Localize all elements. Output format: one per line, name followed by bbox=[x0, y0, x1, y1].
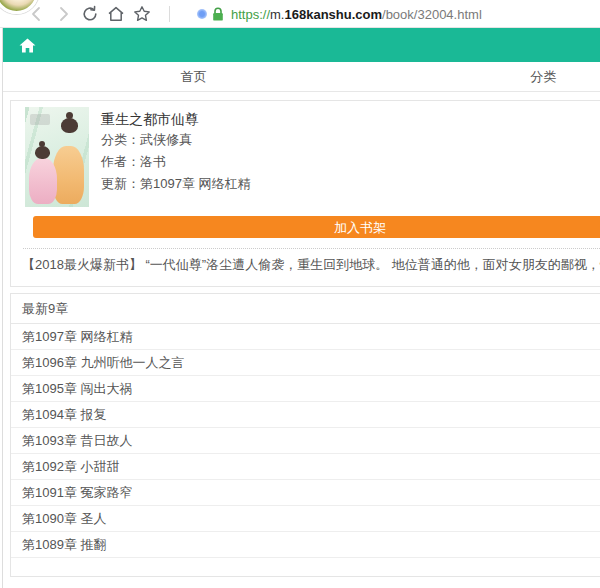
chapter-link[interactable]: 第1094章 报复 bbox=[11, 402, 600, 428]
book-info-card: 重生之都市仙尊 分类：武侠修真 作者：洛书 更新：第1097章 网络杠精 加入书… bbox=[10, 100, 600, 287]
url-path: /book/32004.html bbox=[382, 7, 482, 22]
cover-hair-left bbox=[35, 146, 50, 159]
browser-toolbar: https://m.168kanshu.com/book/32004.html bbox=[0, 0, 600, 28]
add-to-shelf-button[interactable]: 加入书架 bbox=[33, 216, 600, 238]
back-icon[interactable] bbox=[27, 4, 47, 24]
chapter-link[interactable]: 第1096章 九州听他一人之言 bbox=[11, 350, 600, 376]
webpage: 首页 分类 重生之都市仙尊 分类：武侠修真 作者：洛书 更新：第1097章 网络… bbox=[3, 28, 600, 577]
site-info-icon[interactable] bbox=[197, 9, 207, 19]
url-domain: 168kanshu.com bbox=[284, 7, 382, 22]
chapter-link[interactable]: 第1093章 昔日故人 bbox=[11, 428, 600, 454]
browser-home-icon[interactable] bbox=[106, 4, 126, 24]
update-label: 更新： bbox=[101, 176, 140, 191]
book-description: 【2018最火爆新书】 “一代仙尊”洛尘遭人偷袭，重生回到地球。 地位普通的他，… bbox=[11, 249, 600, 286]
cover-figure-right bbox=[53, 146, 84, 204]
chapter-link[interactable]: 第1089章 推翻 bbox=[11, 532, 600, 558]
cover-figure-left bbox=[29, 158, 57, 204]
chapter-link[interactable]: 第1097章 网络杠精 bbox=[11, 324, 600, 350]
chapter-list-header: 最新9章 bbox=[11, 294, 600, 324]
chapter-link[interactable]: 第1095章 闯出大祸 bbox=[11, 376, 600, 402]
chapter-link[interactable]: 第1090章 圣人 bbox=[11, 506, 600, 532]
bookmark-star-icon[interactable] bbox=[132, 4, 152, 24]
nav-item-category[interactable]: 分类 bbox=[369, 62, 600, 91]
site-nav: 首页 分类 bbox=[3, 62, 600, 92]
cover-hair-right bbox=[61, 118, 78, 133]
home-icon[interactable] bbox=[18, 36, 37, 55]
book-author-line: 作者：洛书 bbox=[101, 151, 251, 173]
chapter-link[interactable]: 第1092章 小甜甜 bbox=[11, 454, 600, 480]
author-label: 作者： bbox=[101, 154, 140, 169]
url-scheme: https:// bbox=[231, 7, 270, 22]
site-header-bar bbox=[3, 28, 600, 62]
url-subdomain: m. bbox=[270, 7, 284, 22]
chapter-link[interactable]: 第1091章 冤家路窄 bbox=[11, 480, 600, 506]
chapter-list-card: 最新9章 第1097章 网络杠精 第1096章 九州听他一人之言 第1095章 … bbox=[10, 293, 600, 577]
refresh-icon[interactable] bbox=[80, 4, 100, 24]
secure-lock-icon[interactable] bbox=[211, 6, 225, 22]
category-label: 分类： bbox=[101, 132, 140, 147]
book-category-line: 分类：武侠修真 bbox=[101, 129, 251, 151]
nav-item-home[interactable]: 首页 bbox=[19, 62, 369, 91]
update-value: 第1097章 网络杠精 bbox=[140, 176, 251, 191]
author-value: 洛书 bbox=[140, 154, 166, 169]
window-edge-line bbox=[2, 28, 3, 588]
cover-watermark bbox=[30, 114, 50, 125]
book-title: 重生之都市仙尊 bbox=[101, 109, 251, 129]
book-meta: 重生之都市仙尊 分类：武侠修真 作者：洛书 更新：第1097章 网络杠精 bbox=[101, 107, 251, 207]
category-value: 武侠修真 bbox=[140, 132, 192, 147]
toolbar-divider bbox=[169, 6, 170, 22]
book-cover-image[interactable] bbox=[25, 107, 89, 207]
forward-icon[interactable] bbox=[53, 4, 73, 24]
book-info: 重生之都市仙尊 分类：武侠修真 作者：洛书 更新：第1097章 网络杠精 bbox=[11, 101, 600, 207]
book-update-line: 更新：第1097章 网络杠精 bbox=[101, 173, 251, 195]
address-bar-url[interactable]: https://m.168kanshu.com/book/32004.html bbox=[231, 0, 482, 28]
